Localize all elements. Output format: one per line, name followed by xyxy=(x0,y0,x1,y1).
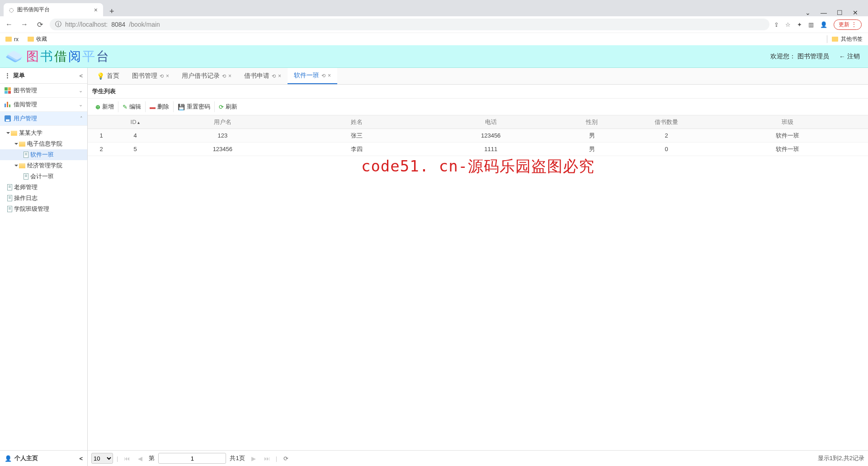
url-input[interactable]: ⓘ http://localhost:8084/book/main xyxy=(50,19,769,30)
new-tab-button[interactable]: + xyxy=(109,7,114,16)
first-page-icon[interactable]: ⏮ xyxy=(122,453,132,463)
content: 💡首页 图书管理⟲× 用户借书记录⟲× 借书申请⟲× 软件一班⟲× 学生列表 ⊕… xyxy=(88,68,868,466)
close-tab-icon[interactable]: × xyxy=(94,6,98,14)
tab-borrow-record[interactable]: 用户借书记录⟲× xyxy=(175,68,238,84)
tree-college-econ[interactable]: 经济管理学院 xyxy=(0,160,87,171)
page-icon xyxy=(24,173,28,180)
refresh-tab-icon[interactable]: ⟲ xyxy=(321,73,326,79)
nav-user-mgmt[interactable]: 用户管理˄ xyxy=(0,112,87,126)
menu-title: 菜单 xyxy=(13,71,25,80)
next-page-icon[interactable]: ▶ xyxy=(249,453,259,463)
folder-icon xyxy=(5,37,12,42)
address-bar: ← → ⟳ ⓘ http://localhost:8084/book/main … xyxy=(0,16,868,33)
back-icon[interactable]: ← xyxy=(4,20,14,29)
chevron-down-icon[interactable]: ⌄ xyxy=(805,9,811,16)
drag-handle-icon: ⋮ xyxy=(5,74,10,76)
refresh-tab-icon[interactable]: ⟲ xyxy=(160,73,164,79)
tab-home[interactable]: 💡首页 xyxy=(90,68,126,84)
close-tab-icon[interactable]: × xyxy=(228,73,231,79)
globe-icon: ◌ xyxy=(9,7,14,13)
table-row[interactable]: 14123张三123456男2软件一班 xyxy=(88,129,868,143)
col-gender[interactable]: 性别 xyxy=(558,118,626,126)
bookmark-favorites[interactable]: 收藏 xyxy=(28,35,47,43)
save-icon: 💾 xyxy=(178,104,185,110)
refresh-button[interactable]: ⟳刷新 xyxy=(215,101,241,112)
sidebar: ⋮ 菜单 < 图书管理⌄ 借阅管理⌄ 用户管理˄ 某某大学 电子信息学院 软件一… xyxy=(0,68,88,466)
tree-class-software-1[interactable]: 软件一班 xyxy=(0,149,87,160)
share-icon[interactable]: ⇪ xyxy=(774,21,779,28)
add-button[interactable]: ⊕新增 xyxy=(91,101,118,112)
table-row[interactable]: 25123456李四1111男0软件一班 xyxy=(88,143,868,156)
tree-college-eecs[interactable]: 电子信息学院 xyxy=(0,138,87,149)
cell-phone: 1111 xyxy=(424,146,558,152)
tab-book-mgmt[interactable]: 图书管理⟲× xyxy=(126,68,175,84)
collapse-sidebar-icon[interactable]: < xyxy=(79,72,83,79)
edit-button[interactable]: ✎编辑 xyxy=(118,101,146,112)
browser-tab[interactable]: ◌ 图书借阅平台 × xyxy=(4,3,103,16)
reset-password-button[interactable]: 💾重置密码 xyxy=(174,101,215,112)
page-input[interactable] xyxy=(158,453,226,464)
col-phone[interactable]: 电话 xyxy=(424,118,558,126)
page-label: 第 xyxy=(149,454,155,462)
last-page-icon[interactable]: ⏭ xyxy=(262,453,272,463)
refresh-tab-icon[interactable]: ⟲ xyxy=(272,73,276,79)
maximize-icon[interactable]: ☐ xyxy=(837,9,843,16)
refresh-tab-icon[interactable]: ⟲ xyxy=(222,73,226,79)
nav-borrow-mgmt[interactable]: 借阅管理⌄ xyxy=(0,98,87,112)
cell-class: 软件一班 xyxy=(707,145,868,153)
sidebar-footer[interactable]: 👤 个人主页 < xyxy=(0,450,87,466)
cell-idx: 2 xyxy=(88,146,115,152)
tree-teacher-mgmt[interactable]: 老师管理 xyxy=(0,182,87,193)
tree-op-log[interactable]: 操作日志 xyxy=(0,193,87,204)
bookmark-other[interactable]: 其他书签 xyxy=(827,35,863,43)
minimize-icon[interactable]: — xyxy=(821,9,827,16)
reload-icon[interactable]: ⟳ xyxy=(34,20,45,29)
logout-button[interactable]: ←注销 xyxy=(839,52,860,61)
col-name[interactable]: 姓名 xyxy=(290,118,424,126)
extensions-icon[interactable]: ✦ xyxy=(797,21,802,28)
cell-id: 4 xyxy=(115,132,156,139)
cell-username: 123 xyxy=(156,132,290,139)
cell-borrow_count: 2 xyxy=(626,132,707,139)
watermark-text: code51. cn-源码乐园盗图必究 xyxy=(88,156,868,177)
window-controls: ⌄ — ☐ ✕ xyxy=(799,9,864,16)
tree-class-accounting-1[interactable]: 会计一班 xyxy=(0,171,87,182)
forward-icon[interactable]: → xyxy=(19,20,30,29)
bookmarks-bar: rx 收藏 其他书签 xyxy=(0,33,868,45)
col-class[interactable]: 班级 xyxy=(707,118,868,126)
tree-college-class-mgmt[interactable]: 学院班级管理 xyxy=(0,204,87,214)
col-borrow-count[interactable]: 借书数量 xyxy=(626,118,707,126)
col-id[interactable]: ID xyxy=(115,119,156,125)
bars-icon xyxy=(5,102,11,107)
page-icon xyxy=(7,206,12,212)
star-icon[interactable]: ☆ xyxy=(785,21,791,28)
welcome-text: 欢迎您： 图书管理员 xyxy=(770,52,829,61)
close-tab-icon[interactable]: × xyxy=(278,73,281,79)
refresh-icon: ⟳ xyxy=(219,104,224,110)
prev-page-icon[interactable]: ◀ xyxy=(135,453,145,463)
close-window-icon[interactable]: ✕ xyxy=(853,9,858,16)
pager-refresh-icon[interactable]: ⟳ xyxy=(281,453,291,463)
tab-borrow-apply[interactable]: 借书申请⟲× xyxy=(238,68,288,84)
tab-class-software-1[interactable]: 软件一班⟲× xyxy=(288,68,337,84)
address-bar-right: ⇪ ☆ ✦ ▥ 👤 更新⋮ xyxy=(774,19,864,30)
nav-book-mgmt[interactable]: 图书管理⌄ xyxy=(0,84,87,98)
delete-button[interactable]: ▬删除 xyxy=(146,101,174,112)
content-tabs: 💡首页 图书管理⟲× 用户借书记录⟲× 借书申请⟲× 软件一班⟲× xyxy=(88,68,868,85)
collapse-sidebar-footer-icon[interactable]: < xyxy=(79,455,83,462)
panel-icon[interactable]: ▥ xyxy=(808,21,814,28)
bookmark-rx[interactable]: rx xyxy=(5,36,19,43)
tree-university[interactable]: 某某大学 xyxy=(0,128,87,138)
profile-icon[interactable]: 👤 xyxy=(820,21,827,28)
close-tab-icon[interactable]: × xyxy=(328,72,331,79)
cell-gender: 男 xyxy=(558,132,626,140)
col-username[interactable]: 用户名 xyxy=(156,118,290,126)
close-tab-icon[interactable]: × xyxy=(166,73,169,79)
toolbar: ⊕新增 ✎编辑 ▬删除 💾重置密码 ⟳刷新 xyxy=(88,99,868,115)
update-button[interactable]: 更新⋮ xyxy=(834,19,862,30)
page-icon xyxy=(24,152,28,158)
org-tree: 某某大学 电子信息学院 软件一班 经济管理学院 会计一班 老师管理 操作日志 学… xyxy=(0,126,87,450)
expand-icon xyxy=(6,132,10,134)
page-size-select[interactable]: 10 xyxy=(91,453,113,464)
page-icon xyxy=(7,195,12,201)
